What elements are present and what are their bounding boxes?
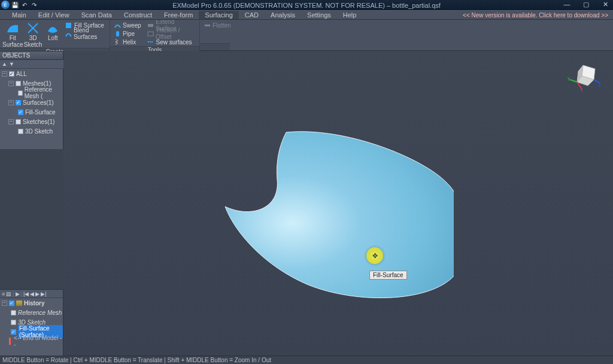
- collapse-icon[interactable]: −: [2, 301, 7, 306]
- checkbox[interactable]: [18, 110, 23, 115]
- tree-node-fill-surface[interactable]: Fill-Surface: [0, 107, 63, 117]
- menu-main[interactable]: Main: [6, 11, 32, 19]
- sketch-3d-icon: [26, 22, 40, 35]
- end-marker-icon: [9, 338, 11, 345]
- blend-surfaces-button[interactable]: Blend Surfaces: [64, 29, 107, 38]
- collapse-icon[interactable]: −: [8, 81, 14, 86]
- close-button[interactable]: ✕: [600, 1, 611, 8]
- menu-settings[interactable]: Settings: [301, 11, 337, 19]
- history-header-node[interactable]: − History: [0, 298, 63, 308]
- checkbox[interactable]: [18, 129, 23, 134]
- sweep-icon: [114, 22, 121, 29]
- fill-surface-geometry[interactable]: [202, 123, 454, 308]
- objects-tree: − ALL − Meshes(1) Reference Mesh ( − Sur…: [0, 69, 63, 149]
- ribbon-group-tools: Sweep Pipe Helix Extend Surface: [110, 20, 200, 50]
- history-settings-icon[interactable]: ▤: [6, 291, 11, 297]
- checkbox[interactable]: [16, 81, 21, 86]
- menu-scan-data[interactable]: Scan Data: [75, 11, 118, 19]
- 3d-sketch-button[interactable]: 3D Sketch: [23, 21, 43, 48]
- qat-undo-icon[interactable]: ↶: [20, 1, 29, 9]
- history-item-reference-mesh[interactable]: Reference Mesh: [0, 308, 63, 317]
- tooltip: Fill-Surface: [369, 271, 407, 280]
- sew-surfaces-icon: [147, 38, 154, 46]
- checkbox[interactable]: [16, 119, 21, 125]
- ribbon: Fit Surface 3D Sketch Loft Fill Surface: [0, 20, 613, 51]
- thicken-offset-button[interactable]: Thicken / Offset: [146, 29, 197, 38]
- tree-node-reference-mesh[interactable]: Reference Mesh (: [0, 88, 63, 98]
- loft-icon: [46, 22, 59, 35]
- history-list-icon[interactable]: ≡: [2, 291, 5, 297]
- history-sep-icon: |: [21, 291, 22, 297]
- svg-rect-3: [148, 32, 153, 36]
- loft-button[interactable]: Loft: [43, 21, 63, 41]
- app-icon: E: [1, 1, 10, 9]
- blend-surfaces-icon: [65, 30, 72, 37]
- flatten-button[interactable]: Flatten: [202, 21, 232, 29]
- left-column: OBJECTS ▲ ▼ − ALL − Meshes(1) Reference …: [0, 51, 63, 356]
- collapse-icon[interactable]: −: [8, 100, 14, 105]
- menu-edit-view[interactable]: Edit / View: [32, 11, 75, 19]
- sew-surfaces-button[interactable]: Sew surfaces: [146, 38, 197, 46]
- history-prev-icon[interactable]: ◀: [30, 291, 34, 297]
- window-title: EXModel Pro 6.0.65 (DEMONSTRATION SYSTEM…: [172, 2, 441, 9]
- checkbox[interactable]: [9, 71, 14, 77]
- menu-analysis[interactable]: Analysis: [265, 11, 301, 19]
- collapse-icon[interactable]: −: [8, 119, 14, 125]
- tree-node-3d-sketch[interactable]: 3D Sketch: [0, 126, 63, 136]
- extend-surface-icon: [147, 22, 154, 29]
- svg-text:x: x: [581, 87, 583, 92]
- checkbox[interactable]: [9, 301, 14, 306]
- checkbox[interactable]: [16, 100, 21, 105]
- menu-free-form[interactable]: Free-form: [158, 11, 199, 19]
- qat-redo-icon[interactable]: ↷: [30, 1, 38, 9]
- menu-construct[interactable]: Construct: [118, 11, 158, 19]
- history-last-icon[interactable]: ▶|: [41, 291, 46, 297]
- fit-surface-button[interactable]: Fit Surface: [2, 21, 23, 48]
- history-toolbar: ≡ ▤ | ▶ | |◀ ◀ ▶ ▶|: [0, 289, 63, 298]
- history-first-icon[interactable]: |◀: [23, 291, 29, 297]
- objects-toolbar: ▲ ▼: [0, 60, 63, 69]
- svg-rect-1: [116, 31, 119, 37]
- filter2-icon[interactable]: ▼: [9, 61, 14, 67]
- menu-surfacing[interactable]: Surfacing: [199, 11, 238, 19]
- pipe-icon: [114, 30, 121, 37]
- tree-node-all[interactable]: − ALL: [0, 69, 63, 78]
- menubar: Main Edit / View Scan Data Construct Fre…: [0, 10, 613, 20]
- helix-button[interactable]: Helix: [113, 38, 142, 46]
- menu-help[interactable]: Help: [337, 11, 363, 19]
- fit-surface-icon: [6, 22, 19, 35]
- checkbox[interactable]: [18, 90, 23, 96]
- maximize-button[interactable]: ▢: [581, 1, 591, 8]
- svg-rect-2: [148, 24, 153, 27]
- history-end-of-model[interactable]: <-- End of Model --: [0, 336, 63, 346]
- qat-save-icon[interactable]: 💾: [11, 1, 19, 9]
- sweep-button[interactable]: Sweep: [113, 21, 142, 29]
- tree-node-sketches[interactable]: − Sketches(1): [0, 117, 63, 126]
- collapse-icon[interactable]: −: [2, 71, 7, 77]
- history-next-icon[interactable]: ▶: [35, 291, 40, 297]
- viewport-3d[interactable]: ✥ Fill-Surface y x z: [63, 51, 613, 356]
- svg-rect-4: [205, 25, 210, 26]
- tree-node-surfaces[interactable]: − Surfaces(1): [0, 98, 63, 107]
- history-play-icon[interactable]: ▶: [16, 291, 20, 297]
- checkbox[interactable]: [11, 320, 16, 325]
- svg-line-8: [570, 80, 577, 82]
- filter-icon[interactable]: ▲: [2, 61, 7, 67]
- minimize-button[interactable]: —: [562, 1, 572, 8]
- checkbox[interactable]: [11, 329, 16, 335]
- thicken-offset-icon: [147, 30, 154, 37]
- ribbon-group-tools-extra: Flatten: [200, 20, 230, 50]
- statusbar: MIDDLE Button = Rotate | Ctrl + MIDDLE B…: [0, 356, 613, 364]
- flatten-icon: [204, 22, 211, 29]
- axis-triad-icon[interactable]: y x z: [566, 62, 602, 92]
- ribbon-group-create: Fit Surface 3D Sketch Loft Fill Surface: [0, 20, 110, 50]
- version-notice-link[interactable]: << New version is available. Click here …: [463, 12, 608, 19]
- pipe-button[interactable]: Pipe: [113, 29, 142, 38]
- history-panel: − History Reference Mesh 3D Sketch Fill-…: [0, 298, 63, 356]
- rotate-cursor-icon: ✥: [366, 247, 383, 264]
- objects-panel-header: OBJECTS: [0, 51, 63, 60]
- titlebar: E 💾 ↶ ↷ EXModel Pro 6.0.65 (DEMONSTRATIO…: [0, 0, 613, 10]
- checkbox[interactable]: [11, 310, 16, 316]
- menu-cad[interactable]: CAD: [239, 11, 265, 19]
- svg-rect-0: [66, 23, 71, 28]
